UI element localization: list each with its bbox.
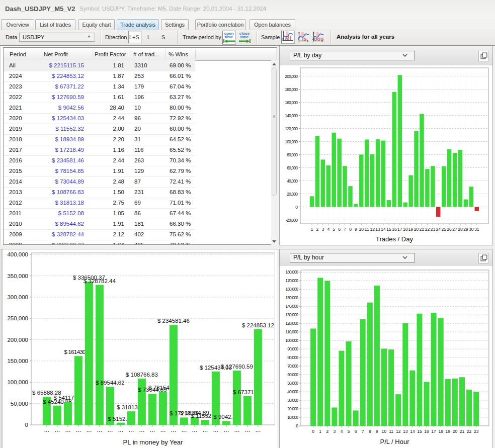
svg-text:...: ... bbox=[255, 426, 261, 433]
svg-text:16: 16 bbox=[392, 227, 397, 232]
svg-text:17: 17 bbox=[397, 227, 402, 232]
svg-text:...: ... bbox=[107, 426, 113, 433]
svg-text:$ 127690.59: $ 127690.59 bbox=[221, 364, 253, 370]
svg-text:200,000: 200,000 bbox=[7, 337, 28, 343]
svg-text:18: 18 bbox=[438, 429, 443, 434]
svg-text:100,000: 100,000 bbox=[7, 379, 28, 385]
svg-text:300,000: 300,000 bbox=[7, 294, 28, 300]
svg-text:26: 26 bbox=[447, 227, 452, 232]
svg-text:12: 12 bbox=[396, 429, 401, 434]
svg-text:$ 234581.46: $ 234581.46 bbox=[157, 318, 190, 324]
svg-text:is: is bbox=[302, 36, 307, 42]
svg-text:5: 5 bbox=[348, 429, 350, 434]
svg-text:18: 18 bbox=[403, 227, 408, 232]
svg-text:all: all bbox=[285, 35, 291, 41]
svg-text:7: 7 bbox=[362, 429, 364, 434]
svg-text:180,000: 180,000 bbox=[285, 87, 298, 92]
svg-text:...: ... bbox=[171, 426, 176, 433]
svg-text:17: 17 bbox=[431, 429, 436, 434]
svg-text:0: 0 bbox=[295, 205, 298, 210]
svg-text:9: 9 bbox=[355, 227, 357, 232]
svg-text:P/L / Hour: P/L / Hour bbox=[380, 438, 409, 445]
svg-text:140,000: 140,000 bbox=[285, 304, 298, 309]
svg-text:350,000: 350,000 bbox=[7, 273, 28, 279]
svg-text:$ 224853.12: $ 224853.12 bbox=[242, 322, 274, 328]
svg-text:23: 23 bbox=[474, 429, 479, 434]
svg-text:150,000: 150,000 bbox=[7, 358, 28, 364]
svg-text:100,000: 100,000 bbox=[285, 139, 298, 144]
svg-text:1: 1 bbox=[319, 429, 321, 434]
svg-text:150,000: 150,000 bbox=[285, 295, 298, 300]
svg-text:90,000: 90,000 bbox=[287, 346, 298, 351]
svg-text:21: 21 bbox=[460, 429, 465, 434]
svg-text:6: 6 bbox=[338, 227, 341, 232]
svg-text:40,000: 40,000 bbox=[287, 178, 298, 184]
svg-text:...: ... bbox=[44, 426, 49, 433]
svg-text:9: 9 bbox=[376, 429, 378, 434]
svg-text:19: 19 bbox=[408, 227, 414, 232]
svg-text:100,000: 100,000 bbox=[285, 338, 298, 343]
svg-text:2: 2 bbox=[326, 429, 328, 434]
svg-text:...: ... bbox=[234, 426, 239, 433]
svg-text:20: 20 bbox=[414, 227, 419, 232]
svg-text:20: 20 bbox=[453, 429, 458, 434]
svg-text:...: ... bbox=[86, 426, 92, 433]
svg-text:7: 7 bbox=[344, 227, 346, 232]
svg-text:10: 10 bbox=[382, 429, 387, 434]
svg-text:60,000: 60,000 bbox=[287, 372, 298, 377]
svg-text:200,000: 200,000 bbox=[285, 74, 298, 79]
svg-text:120,000: 120,000 bbox=[285, 321, 298, 326]
svg-text:4: 4 bbox=[327, 227, 329, 232]
svg-text:...: ... bbox=[181, 426, 187, 433]
svg-text:8: 8 bbox=[349, 227, 352, 232]
svg-text:2: 2 bbox=[316, 227, 319, 232]
svg-text:80,000: 80,000 bbox=[287, 152, 298, 157]
svg-text:$ 89544.62: $ 89544.62 bbox=[96, 380, 125, 386]
svg-text:0: 0 bbox=[312, 429, 314, 434]
svg-text:14: 14 bbox=[381, 227, 386, 232]
svg-text:1: 1 bbox=[311, 227, 313, 232]
svg-text:$ 108766.83: $ 108766.83 bbox=[126, 372, 158, 378]
svg-text:19: 19 bbox=[446, 429, 451, 434]
svg-text:22: 22 bbox=[467, 429, 472, 434]
svg-text:0: 0 bbox=[25, 422, 28, 428]
svg-text:50,000: 50,000 bbox=[11, 401, 28, 407]
svg-text:...: ... bbox=[128, 426, 134, 433]
svg-text:40,000: 40,000 bbox=[287, 389, 298, 394]
svg-text:20,000: 20,000 bbox=[287, 192, 298, 197]
svg-text:3: 3 bbox=[321, 227, 324, 232]
svg-text:Trades / Day: Trades / Day bbox=[376, 235, 413, 243]
svg-text:...: ... bbox=[75, 426, 81, 433]
svg-text:13: 13 bbox=[375, 227, 380, 232]
svg-text:15: 15 bbox=[386, 227, 391, 232]
svg-text:160,000: 160,000 bbox=[285, 100, 298, 105]
svg-text:4: 4 bbox=[341, 429, 343, 434]
svg-text:5: 5 bbox=[333, 227, 335, 232]
svg-text:110,000: 110,000 bbox=[285, 329, 298, 334]
svg-text:29: 29 bbox=[463, 227, 468, 232]
svg-text:22: 22 bbox=[425, 227, 430, 232]
svg-text:...: ... bbox=[244, 426, 250, 433]
svg-text:10,000: 10,000 bbox=[287, 415, 298, 420]
svg-text:...: ... bbox=[213, 426, 218, 433]
svg-text:...: ... bbox=[54, 426, 60, 433]
svg-text:...: ... bbox=[223, 426, 229, 433]
svg-text:...: ... bbox=[160, 426, 166, 433]
svg-text:20,000: 20,000 bbox=[287, 406, 298, 411]
svg-text:170,000: 170,000 bbox=[285, 278, 298, 283]
svg-text:30,000: 30,000 bbox=[287, 398, 298, 403]
svg-text:50,000: 50,000 bbox=[287, 381, 298, 386]
svg-text:...: ... bbox=[149, 426, 155, 433]
svg-text:14: 14 bbox=[410, 429, 415, 434]
svg-text:...: ... bbox=[118, 426, 123, 433]
svg-text:...: ... bbox=[202, 426, 208, 433]
svg-text:130,000: 130,000 bbox=[285, 312, 298, 317]
svg-text:80,000: 80,000 bbox=[287, 355, 298, 360]
svg-text:...: ... bbox=[65, 426, 70, 433]
svg-text:...: ... bbox=[192, 426, 197, 433]
svg-text:10: 10 bbox=[359, 227, 364, 232]
svg-text:...: ... bbox=[139, 426, 144, 433]
svg-text:11: 11 bbox=[365, 227, 369, 232]
svg-text:11: 11 bbox=[389, 429, 393, 434]
svg-text:25: 25 bbox=[441, 227, 446, 232]
